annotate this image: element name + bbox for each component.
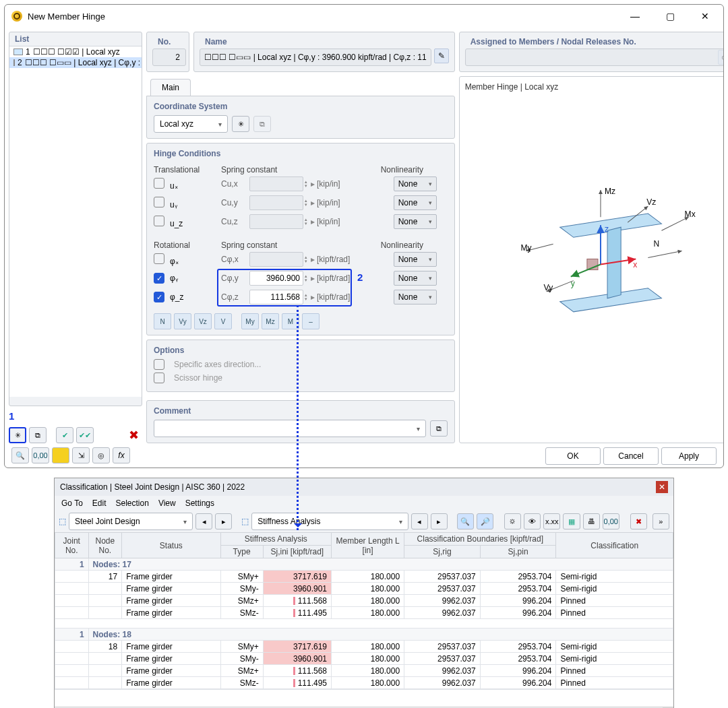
lower-close-button[interactable]: ✕ bbox=[656, 481, 668, 493]
nav-prev-1[interactable]: ◂ bbox=[195, 513, 212, 529]
tool-a-button[interactable]: ⇲ bbox=[72, 447, 90, 463]
tool-b-button[interactable]: ◎ bbox=[92, 447, 110, 463]
menu-edit[interactable]: Edit bbox=[92, 498, 107, 508]
close-button[interactable]: ✕ bbox=[694, 9, 717, 24]
window-title: New Member Hinge bbox=[28, 11, 624, 22]
edit-name-icon[interactable]: ✎ bbox=[434, 49, 449, 63]
check-all-button[interactable]: ✔✔ bbox=[76, 427, 94, 443]
table-row[interactable]: 18 Frame girder SMy+ 3717.619 180.000 29… bbox=[55, 641, 673, 653]
preset-n-button[interactable]: N bbox=[154, 313, 171, 329]
check-button[interactable]: ✔ bbox=[56, 427, 73, 443]
nonlin-u_z[interactable]: None▾ bbox=[394, 214, 437, 229]
preview-title: Member Hinge | Local xyz bbox=[465, 82, 724, 92]
preset-my-button[interactable]: My bbox=[241, 313, 259, 329]
options-label: Options bbox=[154, 346, 448, 355]
svg-text:x: x bbox=[633, 260, 637, 269]
table-row[interactable]: 17 Frame girder SMy+ 3717.619 180.000 29… bbox=[55, 571, 673, 583]
check-u_z[interactable] bbox=[154, 216, 164, 226]
pick-member-icon[interactable]: ⭯ bbox=[718, 50, 724, 65]
check-φₓ[interactable] bbox=[154, 253, 164, 264]
nav-prev-2[interactable]: ◂ bbox=[411, 513, 428, 529]
svg-text:Vy: Vy bbox=[543, 283, 553, 292]
svg-line-16 bbox=[661, 217, 688, 230]
table-row[interactable]: Frame girder SMz+ 111.568 180.000 9962.0… bbox=[55, 665, 673, 677]
new-item-button[interactable]: ✳ bbox=[9, 427, 26, 443]
cancel-button[interactable]: Cancel bbox=[603, 447, 659, 465]
edit-cs-button[interactable]: ⧉ bbox=[253, 116, 271, 132]
comment-field[interactable]: ▾ bbox=[154, 420, 426, 437]
nav-next-2[interactable]: ▸ bbox=[431, 513, 448, 529]
check-uₓ[interactable] bbox=[154, 178, 164, 189]
color-button[interactable] bbox=[52, 447, 69, 463]
hinge-list[interactable]: 1 ☐☐☐ ☐☑☑ | Local xyz 2 ☐☐☐ ☐▭▭ | Local … bbox=[9, 46, 142, 397]
menu-settings[interactable]: Settings bbox=[185, 498, 214, 508]
nav-next-1[interactable]: ▸ bbox=[215, 513, 232, 529]
check-φ_z[interactable]: ✓ bbox=[154, 292, 164, 302]
tool-units[interactable]: 0,00 bbox=[603, 513, 619, 529]
spring-φᵧ[interactable]: 3960.900 bbox=[249, 271, 303, 286]
tool-del[interactable]: ✖ bbox=[630, 513, 647, 529]
table-row[interactable]: Frame girder SMz- 111.495 180.000 9962.0… bbox=[55, 677, 673, 689]
comment-label: Comment bbox=[154, 406, 448, 416]
nonlin-uᵧ[interactable]: None▾ bbox=[394, 195, 437, 210]
menu-goto[interactable]: Go To bbox=[61, 498, 83, 508]
apply-button[interactable]: Apply bbox=[661, 447, 717, 465]
analysis-combo[interactable]: Stiffness Analysis▾ bbox=[251, 513, 408, 530]
help-button[interactable]: 🔍 bbox=[11, 447, 29, 463]
copy-item-button[interactable]: ⧉ bbox=[29, 427, 47, 443]
svg-text:My: My bbox=[520, 243, 531, 253]
new-cs-button[interactable]: ✳ bbox=[232, 116, 249, 132]
tool-4[interactable]: ▦ bbox=[563, 513, 580, 529]
spring-uᵧ bbox=[249, 195, 303, 210]
table-row[interactable]: Frame girder SMy- 3960.901 180.000 29537… bbox=[55, 583, 673, 595]
tool-2[interactable]: 👁 bbox=[524, 513, 541, 529]
nonlin-φₓ[interactable]: None▾ bbox=[394, 252, 437, 267]
table-row[interactable]: Frame girder SMz- 111.495 180.000 9962.0… bbox=[55, 607, 673, 619]
design-combo[interactable]: Steel Joint Design▾ bbox=[69, 513, 193, 530]
assigned-label: Assigned to Members / Nodal Releases No. bbox=[465, 35, 724, 49]
tab-main[interactable]: Main bbox=[150, 79, 191, 96]
preset-vz-button[interactable]: Vz bbox=[194, 313, 212, 329]
preset-vy-button[interactable]: Vy bbox=[174, 313, 191, 329]
results-table[interactable]: Joint No. Node No. Status Stiffness Anal… bbox=[55, 532, 673, 689]
callout-2: 2 bbox=[357, 271, 363, 283]
assigned-field[interactable]: ⭯ bbox=[465, 49, 724, 66]
hinge-diagram: z x y Mz Vz N bbox=[465, 92, 724, 437]
units-button[interactable]: 0,00 bbox=[32, 447, 49, 463]
menu-view[interactable]: View bbox=[158, 498, 176, 508]
classification-window: Classification | Steel Joint Design | AI… bbox=[54, 478, 674, 708]
spring-φ_z[interactable]: 111.568 bbox=[249, 290, 303, 304]
delete-button[interactable]: ✖ bbox=[125, 427, 142, 443]
list-item[interactable]: 1 ☐☐☐ ☐☑☑ | Local xyz bbox=[9, 46, 142, 57]
nonlin-φᵧ[interactable]: None▾ bbox=[394, 271, 437, 286]
comment-library-button[interactable]: ⧉ bbox=[430, 420, 448, 437]
table-row[interactable]: Frame girder SMz+ 111.568 180.000 9962.0… bbox=[55, 595, 673, 607]
coord-system-combo[interactable]: Local xyz▾ bbox=[154, 115, 228, 133]
preset-clear-button[interactable]: – bbox=[302, 313, 320, 329]
nonlin-φ_z[interactable]: None▾ bbox=[394, 290, 437, 304]
tool-5[interactable]: 🖶 bbox=[583, 513, 600, 529]
minimize-button[interactable]: — bbox=[624, 9, 646, 24]
list-item[interactable]: 2 ☐☐☐ ☐▭▭ | Local xyz | Cφ,y : 3… bbox=[9, 57, 142, 68]
spring-φₓ bbox=[249, 252, 303, 267]
no-field[interactable]: 2 bbox=[152, 49, 186, 66]
preset-mz-button[interactable]: Mz bbox=[262, 313, 279, 329]
maximize-button[interactable]: ▢ bbox=[659, 9, 681, 24]
nonlin-uₓ[interactable]: None▾ bbox=[394, 176, 437, 191]
svg-text:y: y bbox=[570, 279, 574, 288]
ok-button[interactable]: OK bbox=[545, 447, 601, 465]
check-uᵧ[interactable] bbox=[154, 197, 164, 207]
table-row[interactable]: Frame girder SMy- 3960.901 180.000 29537… bbox=[55, 653, 673, 665]
filter-b-button[interactable]: 🔎 bbox=[477, 513, 493, 529]
filter-a-button[interactable]: 🔍 bbox=[457, 513, 474, 529]
tool-c-button[interactable]: fx bbox=[113, 447, 130, 463]
preview-panel: Member Hinge | Local xyz bbox=[459, 76, 724, 443]
check-φᵧ[interactable]: ✓ bbox=[154, 273, 164, 284]
tool-3[interactable]: x.xx bbox=[543, 513, 560, 529]
more-button[interactable]: » bbox=[653, 513, 669, 529]
name-label: Name bbox=[200, 35, 449, 49]
tool-1[interactable]: ⛭ bbox=[504, 513, 521, 529]
name-field[interactable]: ☐☐☐ ☐▭▭ | Local xyz | Cφ,y : 3960.900 ki… bbox=[200, 49, 431, 66]
menu-selection[interactable]: Selection bbox=[116, 498, 149, 508]
preset-vyvz-button[interactable]: V bbox=[214, 313, 232, 329]
